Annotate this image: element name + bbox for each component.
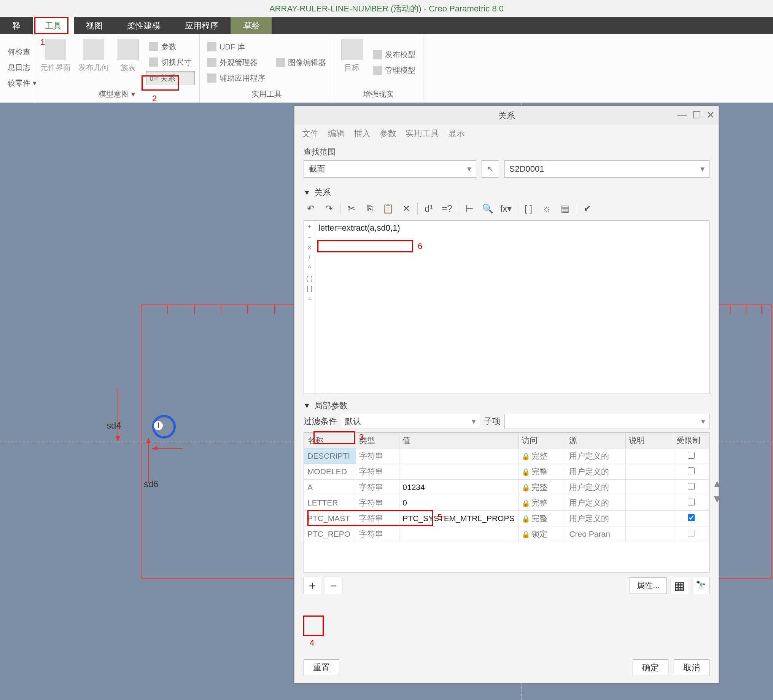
sub-select[interactable]: [505, 414, 709, 429]
cell-type[interactable]: 字符串: [356, 495, 400, 511]
table-row[interactable]: A字符串01234完整用户定义的: [304, 479, 709, 495]
tb-brackets[interactable]: [ ]: [521, 201, 536, 216]
cell-source[interactable]: Creo Paran: [566, 526, 625, 542]
col-value[interactable]: 值: [400, 433, 518, 448]
relations-editor[interactable]: +−×/^( )[ ]= letter=extract(a,sd0,1): [304, 221, 709, 394]
cell-access[interactable]: 完整: [518, 448, 566, 464]
col-desc[interactable]: 说明: [625, 433, 673, 448]
scope-pick-button[interactable]: ↖: [482, 160, 499, 178]
btn-aux-apps[interactable]: 辅助应用程序: [204, 72, 268, 85]
cell-name[interactable]: DESCRIPTI: [304, 448, 356, 464]
cell-name[interactable]: PTC_MAST: [304, 511, 356, 526]
col-restricted[interactable]: 受限制: [673, 433, 709, 448]
cell-access[interactable]: 完整: [518, 495, 566, 511]
tb-verify[interactable]: =?: [440, 201, 454, 216]
cell-desc[interactable]: [625, 495, 673, 511]
cell-source[interactable]: 用户定义的: [566, 464, 625, 479]
col-source[interactable]: 源: [566, 433, 625, 448]
dialog-titlebar[interactable]: 关系 — ☐ ✕: [294, 106, 719, 125]
cell-desc[interactable]: [625, 479, 673, 495]
relations-header[interactable]: ▼ 关系: [294, 187, 719, 198]
tb-delete[interactable]: ✕: [399, 201, 413, 216]
tb-dim-toggle[interactable]: d¹: [421, 201, 436, 216]
cell-access[interactable]: 完整: [518, 479, 566, 495]
cell-desc[interactable]: [625, 511, 673, 526]
move-down-button[interactable]: ▼: [712, 493, 722, 505]
menu-file[interactable]: 文件: [302, 128, 319, 139]
cell-source[interactable]: 用户定义的: [566, 479, 625, 495]
tab-flex[interactable]: 柔性建模: [115, 17, 173, 34]
menu-show[interactable]: 显示: [448, 128, 465, 139]
menu-util[interactable]: 实用工具: [406, 128, 439, 139]
btn-relations[interactable]: d= 关系: [146, 71, 195, 85]
tb-undo[interactable]: ↶: [304, 201, 318, 216]
tab-sketch[interactable]: 草绘: [230, 17, 271, 34]
cell-restricted[interactable]: [673, 479, 709, 495]
dim-sd6[interactable]: sd6: [144, 479, 159, 489]
cell-desc[interactable]: [625, 464, 673, 479]
add-param-button[interactable]: ＋: [304, 576, 321, 594]
cell-access[interactable]: 完整: [518, 464, 566, 479]
tb-sort[interactable]: ▤: [558, 201, 572, 216]
btn-image-editor[interactable]: 图像编辑器: [273, 56, 329, 69]
move-up-button[interactable]: ▲: [712, 478, 722, 490]
restricted-checkbox[interactable]: [688, 483, 695, 490]
cell-value[interactable]: PTC_SYSTEM_MTRL_PROPS: [400, 511, 518, 526]
scope-name-select[interactable]: S2D0001: [505, 160, 709, 178]
btn-ar-target[interactable]: 目标: [339, 37, 365, 87]
restricted-checkbox[interactable]: [688, 514, 695, 521]
group-label-model-intent[interactable]: 模型意图 ▾: [39, 87, 195, 101]
cell-source[interactable]: 用户定义的: [566, 495, 625, 511]
cell-name[interactable]: PTC_REPO: [304, 526, 356, 542]
dim-sd4[interactable]: sd4: [107, 420, 121, 431]
tb-find[interactable]: 🔍: [480, 201, 495, 216]
cell-type[interactable]: 字符串: [356, 526, 400, 542]
cell-desc[interactable]: [625, 526, 673, 542]
cell-type[interactable]: 字符串: [356, 479, 400, 495]
dialog-close-icon[interactable]: ✕: [706, 109, 715, 121]
tab-view[interactable]: 视图: [74, 17, 115, 34]
tb-copy[interactable]: ⎘: [362, 201, 377, 216]
table-view-button[interactable]: ▦: [671, 576, 688, 594]
menu-params[interactable]: 参数: [380, 128, 396, 139]
tb-cut[interactable]: ✂: [344, 201, 359, 216]
restricted-checkbox[interactable]: [688, 452, 695, 459]
local-params-header[interactable]: ▼ 局部参数: [294, 395, 719, 414]
dialog-max-icon[interactable]: ☐: [692, 109, 701, 121]
col-name[interactable]: 名称: [304, 433, 356, 448]
cell-value[interactable]: 0: [400, 495, 518, 511]
cell-name[interactable]: LETTER: [304, 495, 356, 511]
btn-family-table[interactable]: 族表: [115, 37, 141, 87]
cell-name[interactable]: A: [304, 479, 356, 495]
tb-redo[interactable]: ↷: [322, 201, 336, 216]
editor-body[interactable]: letter=extract(a,sd0,1): [315, 221, 709, 394]
btn-manage-model[interactable]: 管理模型: [370, 64, 418, 77]
cell-name[interactable]: MODELED: [304, 464, 356, 479]
cell-type[interactable]: 字符串: [356, 448, 400, 464]
cell-access[interactable]: 锁定: [518, 526, 566, 542]
btn-switch-dim[interactable]: 切换尺寸: [146, 56, 195, 69]
filter-select[interactable]: 默认: [341, 414, 480, 429]
menu-edit[interactable]: 编辑: [328, 128, 345, 139]
tb-fx[interactable]: fх▾: [499, 201, 513, 216]
cell-desc[interactable]: [625, 448, 673, 464]
btn-udf-lib[interactable]: UDF 库: [204, 40, 268, 54]
cell-restricted[interactable]: [673, 464, 709, 479]
cell-value[interactable]: [400, 448, 518, 464]
params-table[interactable]: 名称 类型 值 访问 源 说明 受限制 DESCRIPTI字符串完整用户定义的M…: [304, 432, 709, 573]
menu-insert[interactable]: 插入: [354, 128, 370, 139]
cell-access[interactable]: 完整: [518, 511, 566, 526]
table-row[interactable]: LETTER字符串0完整用户定义的: [304, 495, 709, 511]
btn-publish-model[interactable]: 发布模型: [370, 48, 418, 61]
restricted-checkbox[interactable]: [688, 468, 695, 474]
col-access[interactable]: 访问: [518, 433, 566, 448]
restricted-checkbox[interactable]: [688, 499, 695, 506]
btn-appearance-mgr[interactable]: 外观管理器: [204, 56, 268, 69]
table-row[interactable]: MODELED字符串完整用户定义的: [304, 464, 709, 479]
tab-tools[interactable]: 工具: [33, 17, 74, 34]
cancel-button[interactable]: 取消: [674, 659, 709, 676]
cell-type[interactable]: 字符串: [356, 511, 400, 526]
table-row[interactable]: DESCRIPTI字符串完整用户定义的: [304, 448, 709, 464]
cell-value[interactable]: 01234: [400, 479, 518, 495]
cell-value[interactable]: [400, 464, 518, 479]
